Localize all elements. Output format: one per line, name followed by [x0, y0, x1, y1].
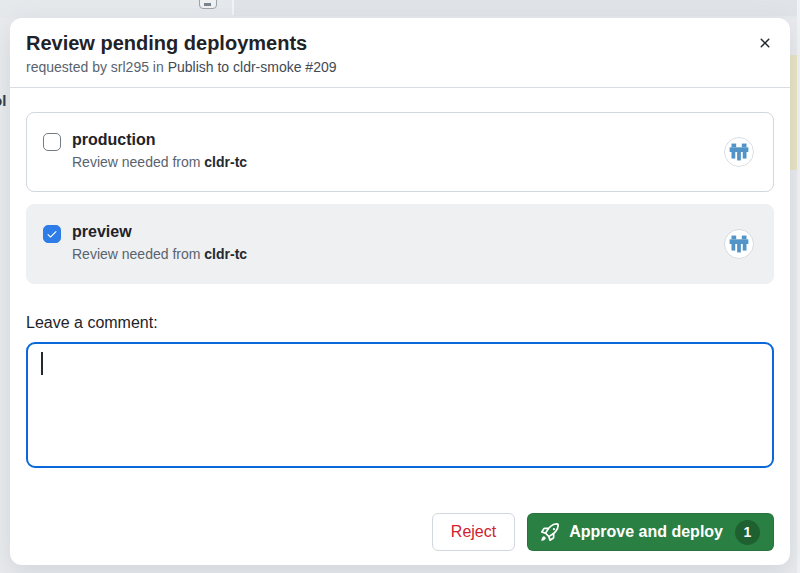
- dialog-body: production Review needed from cldr-tc: [10, 88, 790, 567]
- rocket-icon: [541, 523, 559, 541]
- review-note-prefix: Review needed from: [72, 246, 200, 262]
- environment-text: production Review needed from cldr-tc: [72, 130, 247, 170]
- close-button[interactable]: [752, 30, 778, 56]
- dialog-header: Review pending deployments requested by …: [10, 18, 790, 88]
- cldr-tc-team-avatar-icon: [724, 229, 754, 259]
- comment-area-wrapper: [26, 342, 774, 468]
- environment-review-note: Review needed from cldr-tc: [72, 154, 247, 170]
- x-icon: [757, 35, 773, 51]
- review-note-prefix: Review needed from: [72, 154, 200, 170]
- reviewer-team-name: cldr-tc: [204, 154, 247, 170]
- environment-review-note: Review needed from cldr-tc: [72, 246, 247, 262]
- environment-row-preview: preview Review needed from cldr-tc: [26, 204, 774, 284]
- comment-input[interactable]: [26, 342, 774, 468]
- cldr-tc-team-avatar-icon: [724, 137, 754, 167]
- background-clipped-text: ol: [0, 92, 10, 112]
- environment-name: preview: [72, 222, 247, 242]
- comment-label: Leave a comment:: [26, 314, 774, 332]
- review-deployments-dialog: Review pending deployments requested by …: [10, 18, 790, 565]
- subtitle-requested-by: requested by srl295 in: [26, 59, 164, 75]
- dialog-title: Review pending deployments: [26, 32, 774, 55]
- background-window-icon: [199, 0, 217, 9]
- page-background-top-strip-dark: [234, 0, 800, 16]
- dialog-footer: Reject Approve and deploy 1: [26, 513, 774, 551]
- page-background-divider: [232, 0, 234, 15]
- preview-checkbox[interactable]: [43, 225, 61, 243]
- pending-count-badge: 1: [735, 520, 760, 545]
- reviewer-team-name: cldr-tc: [204, 246, 247, 262]
- check-icon: [46, 228, 58, 240]
- workflow-run-name: Publish to cldr-smoke #209: [168, 59, 337, 75]
- dialog-subtitle: requested by srl295 in Publish to cldr-s…: [26, 59, 774, 75]
- reject-button[interactable]: Reject: [432, 513, 515, 551]
- environment-name: production: [72, 130, 247, 150]
- approve-and-deploy-button[interactable]: Approve and deploy 1: [527, 513, 774, 551]
- approve-button-label: Approve and deploy: [569, 523, 723, 541]
- production-checkbox[interactable]: [43, 133, 61, 151]
- environment-text: preview Review needed from cldr-tc: [72, 222, 247, 262]
- environment-row-production: production Review needed from cldr-tc: [26, 112, 774, 192]
